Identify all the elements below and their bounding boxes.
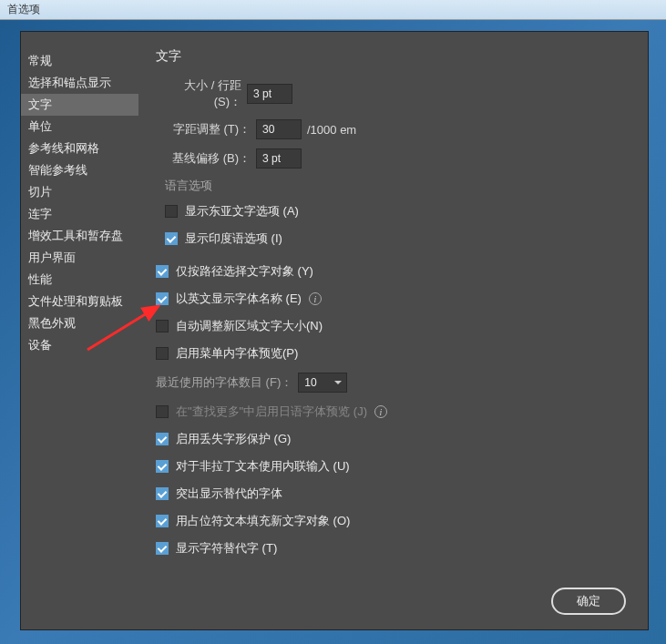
placeholder-fill-checkbox[interactable]: [156, 515, 169, 527]
sidebar-item-slices[interactable]: 切片: [21, 181, 138, 203]
sidebar-item-units[interactable]: 单位: [21, 116, 138, 138]
baseline-input[interactable]: [256, 148, 302, 169]
english-fontnames-checkbox[interactable]: [156, 292, 169, 305]
info-icon[interactable]: i: [374, 405, 387, 418]
sidebar-item-plugins[interactable]: 增效工具和暂存盘: [21, 225, 138, 247]
show-char-alt-checkbox[interactable]: [156, 542, 169, 555]
page-title: 文字: [156, 48, 631, 65]
preferences-dialog: 常规 选择和锚点显示 文字 单位 参考线和网格 智能参考线 切片 连字 增效工具…: [20, 31, 649, 630]
baseline-label: 基线偏移 (B)：: [156, 150, 256, 167]
font-preview-menu-checkbox[interactable]: [156, 347, 169, 360]
sidebar-item-type[interactable]: 文字: [21, 94, 138, 116]
show-char-alt-label: 显示字符替代字 (T): [176, 540, 277, 557]
highlight-alt-label: 突出显示替代的字体: [176, 486, 282, 502]
indic-checkbox[interactable]: [165, 232, 178, 245]
recent-fonts-label: 最近使用的字体数目 (F)：: [156, 374, 292, 391]
sidebar-item-performance[interactable]: 性能: [21, 269, 138, 291]
sidebar: 常规 选择和锚点显示 文字 单位 参考线和网格 智能参考线 切片 连字 增效工具…: [21, 32, 139, 629]
recent-fonts-select[interactable]: 10: [298, 373, 347, 393]
size-leading-input[interactable]: [247, 84, 292, 104]
select-by-path-label: 仅按路径选择文字对象 (Y): [176, 263, 313, 280]
tracking-unit: /1000 em: [302, 123, 356, 137]
placeholder-fill-label: 用占位符文本填充新文字对象 (O): [176, 513, 350, 529]
ok-button[interactable]: 确定: [551, 588, 626, 615]
east-asian-label: 显示东亚文字选项 (A): [185, 203, 299, 220]
info-icon[interactable]: i: [309, 292, 322, 305]
japanese-preview-label: 在"查找更多"中启用日语字体预览 (J): [176, 404, 367, 420]
button-row: 确定: [551, 588, 626, 615]
titlebar: 首选项: [0, 0, 666, 20]
sidebar-item-black[interactable]: 黑色外观: [21, 312, 138, 334]
tracking-input[interactable]: [256, 119, 302, 139]
indic-label: 显示印度语选项 (I): [185, 230, 282, 247]
select-by-path-checkbox[interactable]: [156, 265, 169, 278]
sidebar-item-general[interactable]: 常规: [21, 50, 138, 72]
sidebar-item-filehandling[interactable]: 文件处理和剪贴板: [21, 291, 138, 312]
missing-glyph-label: 启用丢失字形保护 (G): [176, 431, 291, 447]
content-panel: 文字 大小 / 行距 (S)： 字距调整 (T)： /1000 em 基线偏移 …: [139, 32, 648, 629]
sidebar-item-ui[interactable]: 用户界面: [21, 247, 138, 269]
missing-glyph-checkbox[interactable]: [156, 433, 169, 445]
tracking-label: 字距调整 (T)：: [156, 121, 256, 138]
sidebar-item-selection[interactable]: 选择和锚点显示: [21, 72, 138, 94]
east-asian-checkbox[interactable]: [165, 205, 178, 218]
font-preview-menu-label: 启用菜单内字体预览(P): [176, 345, 298, 362]
auto-size-area-label: 自动调整新区域文字大小(N): [176, 318, 323, 334]
sidebar-item-hyphenation[interactable]: 连字: [21, 203, 138, 225]
size-leading-label: 大小 / 行距 (S)：: [156, 77, 247, 110]
japanese-preview-checkbox[interactable]: [156, 405, 169, 418]
english-fontnames-label: 以英文显示字体名称 (E): [176, 291, 302, 307]
auto-size-area-checkbox[interactable]: [156, 320, 169, 332]
sidebar-item-guides[interactable]: 参考线和网格: [21, 138, 138, 159]
highlight-alt-checkbox[interactable]: [156, 487, 169, 500]
inline-input-label: 对于非拉丁文本使用内联输入 (U): [176, 458, 350, 475]
sidebar-item-smartguides[interactable]: 智能参考线: [21, 159, 138, 181]
sidebar-item-devices[interactable]: 设备: [21, 334, 138, 356]
language-section-title: 语言选项: [165, 178, 631, 194]
inline-input-checkbox[interactable]: [156, 460, 169, 473]
titlebar-text: 首选项: [7, 3, 40, 15]
